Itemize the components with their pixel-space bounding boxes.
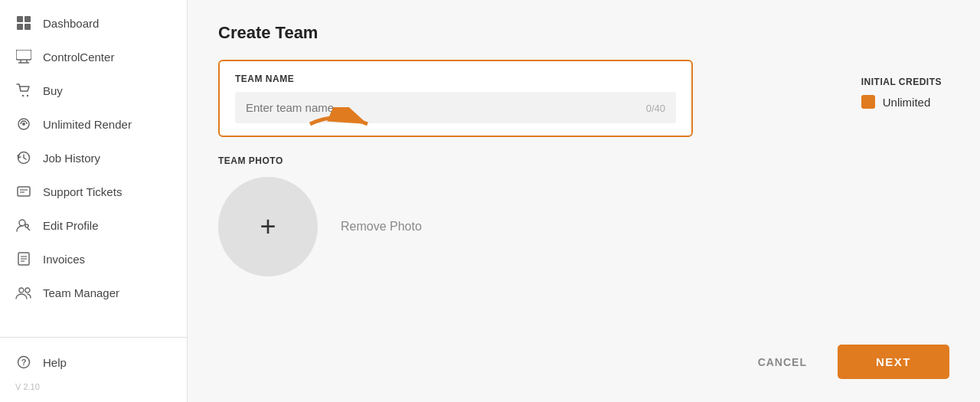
svg-point-8 xyxy=(22,95,24,96)
sidebar-item-label: Support Tickets xyxy=(43,185,122,198)
sidebar-item-buy[interactable]: Buy xyxy=(0,74,187,107)
svg-rect-3 xyxy=(24,24,31,30)
team-photo-label: TEAM PHOTO xyxy=(218,155,949,166)
team-name-label: TEAM NAME xyxy=(235,74,676,84)
sidebar-item-label: Buy xyxy=(43,84,63,97)
cancel-button[interactable]: CANCEL xyxy=(743,348,822,376)
svg-point-22 xyxy=(25,288,30,293)
team-name-input[interactable] xyxy=(235,92,676,123)
svg-rect-13 xyxy=(18,187,30,196)
profile-icon xyxy=(15,217,32,234)
help-icon: ? xyxy=(15,354,32,371)
sidebar-item-label: Edit Profile xyxy=(43,219,99,232)
sidebar-item-label: Invoices xyxy=(43,253,85,266)
svg-rect-0 xyxy=(17,16,23,22)
team-name-section: TEAM NAME 0/40 xyxy=(218,60,693,137)
svg-rect-2 xyxy=(17,24,23,30)
initial-credits: INITIAL CREDITS Unlimited xyxy=(861,77,942,109)
sidebar-item-label: ControlCenter xyxy=(43,51,114,64)
team-photo-area: + Remove Photo xyxy=(218,177,949,276)
sidebar-item-help[interactable]: ? Help xyxy=(0,345,187,379)
history-icon xyxy=(15,149,32,166)
svg-point-21 xyxy=(19,288,24,293)
sidebar-item-label: Dashboard xyxy=(43,17,99,30)
next-button[interactable]: NEXT xyxy=(838,345,949,379)
sidebar-item-controlcenter[interactable]: ControlCenter xyxy=(0,40,187,74)
sidebar-item-label: Job History xyxy=(43,152,100,165)
render-icon xyxy=(15,116,32,132)
svg-point-11 xyxy=(22,123,25,126)
sidebar-item-support-tickets[interactable]: Support Tickets xyxy=(0,175,187,208)
team-icon xyxy=(15,284,32,301)
sidebar-item-dashboard[interactable]: Dashboard xyxy=(0,6,187,40)
credits-title: INITIAL CREDITS xyxy=(861,77,942,87)
tickets-icon xyxy=(15,183,32,200)
sidebar: Dashboard ControlCenter Buy xyxy=(0,0,188,402)
version-label: V 2.10 xyxy=(0,379,187,394)
sidebar-item-invoices[interactable]: Invoices xyxy=(0,242,187,276)
credits-dot xyxy=(861,95,875,109)
monitor-icon xyxy=(15,48,32,65)
remove-photo-button[interactable]: Remove Photo xyxy=(341,220,422,234)
team-name-input-wrapper: 0/40 xyxy=(235,92,676,123)
sidebar-item-unlimited-render[interactable]: Unlimited Render xyxy=(0,107,187,141)
sidebar-item-job-history[interactable]: Job History xyxy=(0,141,187,175)
svg-rect-4 xyxy=(16,50,31,60)
invoice-icon xyxy=(15,250,32,267)
svg-point-9 xyxy=(27,95,28,96)
cart-icon xyxy=(15,82,32,99)
sidebar-item-team-manager[interactable]: Team Manager xyxy=(0,276,187,309)
sidebar-item-edit-profile[interactable]: Edit Profile xyxy=(0,208,187,242)
sidebar-item-label: Help xyxy=(43,356,67,369)
footer-buttons: CANCEL NEXT xyxy=(743,345,949,379)
sidebar-item-label: Team Manager xyxy=(43,286,119,299)
grid-icon xyxy=(15,15,32,31)
credits-value: Unlimited xyxy=(883,96,931,109)
photo-upload-circle[interactable]: + xyxy=(218,177,318,276)
page-title: Create Team xyxy=(218,23,949,43)
plus-icon: + xyxy=(260,213,276,240)
svg-text:?: ? xyxy=(21,358,27,367)
main-content: Create Team TEAM NAME 0/40 TEAM PHOTO + … xyxy=(188,0,980,402)
svg-point-16 xyxy=(19,220,25,226)
char-count: 0/40 xyxy=(646,102,665,113)
sidebar-footer: ? Help V 2.10 xyxy=(0,337,187,402)
credits-item: Unlimited xyxy=(861,95,942,109)
sidebar-item-label: Unlimited Render xyxy=(43,118,132,131)
svg-rect-1 xyxy=(24,16,31,22)
